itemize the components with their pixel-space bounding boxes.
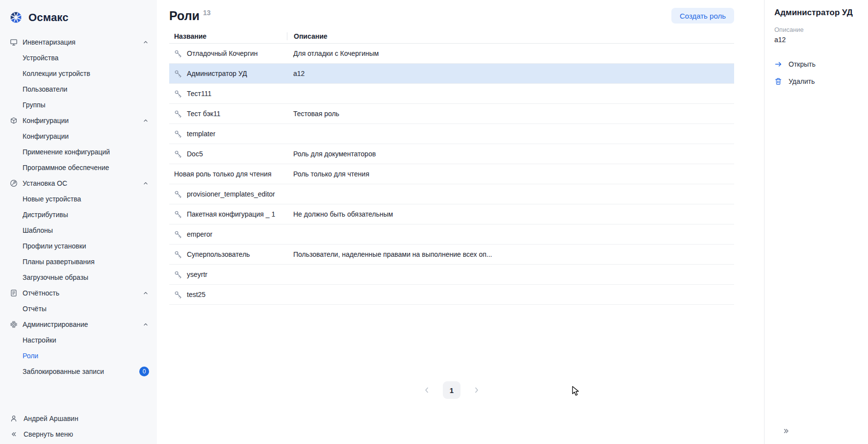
sidebar-item[interactable]: Конфигурации [0, 128, 157, 144]
sidebar-item-label: Коллекции устройств [23, 70, 90, 77]
user-icon [10, 415, 18, 422]
key-icon [174, 230, 182, 238]
role-name: test25 [187, 291, 205, 298]
table-header: Название Описание [169, 29, 734, 44]
role-description: Тестовая роль [287, 110, 734, 118]
key-icon [174, 70, 182, 77]
collapse-left-icon [10, 430, 18, 438]
sidebar-item[interactable]: Роли [0, 348, 157, 364]
role-name: Суперпользователь [187, 250, 250, 258]
table-row[interactable]: Doc5Роль для документаторов [169, 144, 734, 164]
pagination: 1 [169, 381, 734, 399]
sidebar-item[interactable]: Профили установки [0, 238, 157, 254]
sidebar-item-label: Конфигурации [23, 132, 69, 140]
sidebar-section-0[interactable]: Инвентаризация [0, 34, 157, 50]
column-header-description: Описание [287, 32, 734, 40]
sidebar-item[interactable]: Пользователи [0, 81, 157, 97]
sidebar-item-label: Отчёты [23, 305, 47, 313]
sidebar-item-label: Группы [23, 101, 46, 109]
table-row[interactable]: СуперпользовательПользователи, наделенны… [169, 245, 734, 265]
pagination-page-1[interactable]: 1 [443, 381, 460, 399]
arrow-right-icon [774, 60, 782, 68]
sidebar-section-4[interactable]: Администрирование [0, 317, 157, 332]
sidebar-item-label: Загрузочные образы [23, 273, 88, 281]
sidebar-item[interactable]: Заблокированные записи0 [0, 364, 157, 379]
sidebar-item[interactable]: Отчёты [0, 301, 157, 317]
sidebar-nav: ИнвентаризацияУстройстваКоллекции устрой… [0, 33, 157, 411]
chevron-up-icon [142, 321, 149, 328]
role-name: Новая роль только для чтения [174, 170, 271, 178]
key-icon [174, 110, 182, 118]
table-row[interactable]: Тест111 [169, 84, 734, 104]
sidebar-item[interactable]: Применение конфигураций [0, 144, 157, 160]
table-row[interactable]: yseyrtr [169, 265, 734, 285]
key-icon [174, 210, 182, 218]
role-name: provisioner_templates_editor [187, 190, 275, 198]
chevrons-right-icon[interactable] [782, 427, 791, 435]
collapse-menu-button[interactable]: Свернуть меню [0, 426, 157, 442]
sidebar-item-label: Применение конфигураций [23, 148, 110, 156]
sidebar-item[interactable]: Программное обеспечение [0, 160, 157, 175]
sidebar: Осмакс ИнвентаризацияУстройстваКоллекции… [0, 0, 157, 444]
table-row[interactable]: emperor [169, 224, 734, 245]
role-name: Тест111 [187, 90, 211, 98]
page-count: 13 [203, 9, 211, 17]
table-row[interactable]: Отладочный КочергинДля отладки с Кочерги… [169, 44, 734, 64]
chevron-up-icon [142, 117, 149, 124]
chevron-left-icon[interactable] [422, 386, 431, 395]
sidebar-item[interactable]: Коллекции устройств [0, 66, 157, 81]
sidebar-item[interactable]: Планы развертывания [0, 254, 157, 270]
detail-title: Администратор УД [774, 8, 860, 18]
role-name-cell: Тест111 [169, 90, 287, 98]
report-icon [10, 289, 18, 297]
table-row[interactable]: Администратор УДа12 [169, 64, 734, 84]
sidebar-item-label: Настройки [23, 336, 56, 344]
role-name: Администратор УД [187, 70, 247, 77]
role-name-cell: Тест бэк11 [169, 110, 287, 118]
role-name-cell: Суперпользователь [169, 250, 287, 258]
table-row[interactable]: Новая роль только для чтенияРоль только … [169, 164, 734, 184]
role-name: emperor [187, 230, 212, 238]
roles-table: Название Описание Отладочный КочергинДля… [169, 29, 734, 305]
table-body: Отладочный КочергинДля отладки с Кочерги… [169, 44, 734, 305]
sidebar-item[interactable]: Настройки [0, 332, 157, 348]
table-row[interactable]: test25 [169, 285, 734, 305]
detail-action-1[interactable]: Удалить [774, 75, 860, 88]
sidebar-item[interactable]: Загрузочные образы [0, 270, 157, 285]
sidebar-item-label: Новые устройства [23, 195, 81, 203]
role-name-cell: Пакетная конфигурация _ 1 [169, 210, 287, 218]
table-row[interactable]: provisioner_templates_editor [169, 184, 734, 204]
app-logo: Осмакс [0, 0, 157, 33]
sidebar-section-label: Установка ОС [23, 179, 67, 187]
sidebar-section-label: Конфигурации [23, 117, 69, 124]
sidebar-item[interactable]: Шаблоны [0, 222, 157, 238]
role-description: Пользователи, наделенные правами на выпо… [287, 250, 734, 258]
sidebar-section-3[interactable]: Отчётность [0, 285, 157, 301]
sidebar-item[interactable]: Дистрибутивы [0, 207, 157, 222]
sidebar-item-label: Планы развертывания [23, 258, 95, 266]
role-description: Роль для документаторов [287, 150, 734, 158]
detail-panel: Администратор УД Описание а12 ОткрытьУда… [764, 0, 868, 444]
sidebar-section-2[interactable]: Установка ОС [0, 175, 157, 191]
user-menu[interactable]: Андрей Аршавин [0, 411, 157, 426]
role-name: yseyrtr [187, 271, 207, 278]
table-row[interactable]: templater [169, 124, 734, 144]
sidebar-item[interactable]: Группы [0, 97, 157, 113]
sidebar-section-1[interactable]: Конфигурации [0, 113, 157, 128]
user-name: Андрей Аршавин [24, 415, 78, 422]
key-icon [174, 190, 182, 198]
chevron-right-icon[interactable] [472, 386, 481, 395]
sidebar-footer: Андрей Аршавин Свернуть меню [0, 411, 157, 444]
table-row[interactable]: Пакетная конфигурация _ 1Не должно быть … [169, 204, 734, 224]
column-header-name: Название [169, 32, 287, 40]
detail-action-label: Удалить [789, 77, 815, 85]
table-row[interactable]: Тест бэк11Тестовая роль [169, 104, 734, 124]
create-role-button[interactable]: Создать роль [671, 8, 734, 24]
role-description: Роль только для чтения [287, 170, 734, 178]
sidebar-item[interactable]: Устройства [0, 50, 157, 66]
detail-action-0[interactable]: Открыть [774, 58, 860, 71]
sidebar-item[interactable]: Новые устройства [0, 191, 157, 207]
role-name-cell: test25 [169, 291, 287, 298]
role-description: а12 [287, 70, 734, 77]
main-content: Роли13 Создать роль Название Описание От… [157, 0, 764, 444]
